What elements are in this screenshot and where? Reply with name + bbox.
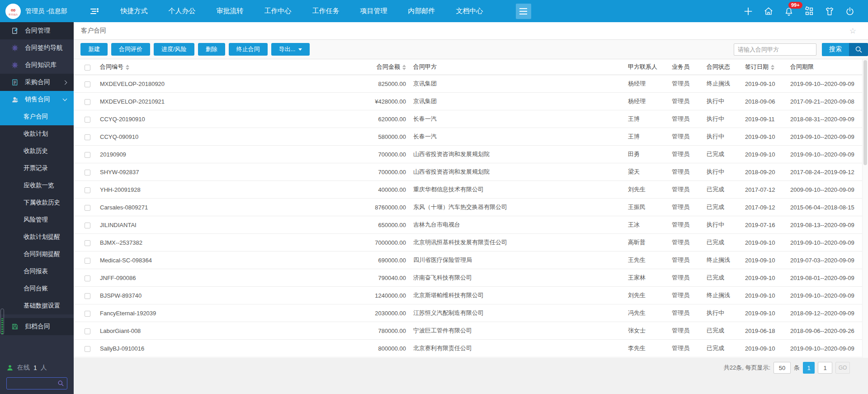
cell-period: 2019-09-10--2020-09-09 xyxy=(787,146,862,163)
sidebar-item-purchase-contract[interactable]: 采购合同 xyxy=(0,74,74,91)
search-input[interactable] xyxy=(734,43,816,56)
column-header-sign_date[interactable]: 签订日期 xyxy=(741,59,787,75)
sidebar-item-contract-report[interactable]: 合同报表 xyxy=(0,263,74,280)
table-row[interactable]: SallyBJ-0910016800000.00北京赛利有限责任公司李先生管理员… xyxy=(74,340,862,357)
sidebar-item-payment-plan-reminder[interactable]: 收款计划提醒 xyxy=(0,228,74,246)
row-checkbox[interactable] xyxy=(85,205,90,211)
row-checkbox[interactable] xyxy=(85,275,90,281)
page-jump-input[interactable] xyxy=(818,362,832,374)
nav-item-8[interactable]: 文档中心 xyxy=(456,7,483,15)
table-row[interactable]: SHYW-092837700000.00山西省投资咨询和发展规划院梁天管理员执行… xyxy=(74,163,862,181)
row-checkbox[interactable] xyxy=(85,240,90,246)
row-checkbox[interactable] xyxy=(85,346,90,352)
sidebar-item-contract-knowledge[interactable]: 合同知识库 xyxy=(0,57,74,74)
sidebar-item-contract-expiry-reminder[interactable]: 合同到期提醒 xyxy=(0,246,74,263)
table-row[interactable]: 20190910-PJFC-0011100000.00盘锦丰城科技有限公司王先生… xyxy=(74,357,862,358)
table-scrollbar[interactable] xyxy=(862,59,868,358)
table-row[interactable]: JILINDIANTAI650000.00吉林九台市电视台王冰管理员执行中201… xyxy=(74,216,862,234)
table-row[interactable]: 20190909700000.00山西省投资咨询和发展规划院田勇管理员已完成20… xyxy=(74,146,862,163)
sort-arrows-icon[interactable] xyxy=(126,65,129,70)
table-row[interactable]: Carsales-08092718760000.00东风（十堰）汽车热交换器有限… xyxy=(74,199,862,216)
sidebar-item-payment-history[interactable]: 收款历史 xyxy=(0,142,74,160)
apps-grid-icon[interactable] xyxy=(804,6,815,17)
row-checkbox[interactable] xyxy=(85,258,90,264)
sort-arrows-icon[interactable] xyxy=(402,65,406,70)
contract-evaluation-button[interactable]: 合同评价 xyxy=(111,43,150,56)
sidebar-search-icon[interactable] xyxy=(57,380,64,387)
row-checkbox[interactable] xyxy=(85,293,90,299)
sidebar-item-contract-sign-nav[interactable]: 合同签约导航 xyxy=(0,39,74,57)
table-row[interactable]: YHH-20091928400000.00重庆华都信息技术有限公司刘先生管理员已… xyxy=(74,181,862,199)
sidebar-item-label: 收款计划 xyxy=(24,130,48,138)
notifications-bell-icon[interactable]: 99+ xyxy=(783,6,794,17)
app-logo[interactable]: ∞ 华天动力 管理员 -信息部 xyxy=(0,4,67,19)
search-button[interactable]: 搜索 xyxy=(822,43,849,56)
row-checkbox[interactable] xyxy=(85,117,90,123)
row-checkbox[interactable] xyxy=(85,81,90,87)
nav-item-4[interactable]: 工作中心 xyxy=(264,7,292,15)
sidebar-item-payment-plan[interactable]: 收款计划 xyxy=(0,125,74,142)
sidebar-item-sales-contract[interactable]: 销售合同 xyxy=(0,91,74,108)
table-row[interactable]: MXDEVELOP-20180920825000.00京讯集团杨经理管理员终止搁… xyxy=(74,75,862,93)
scrollbar-thumb[interactable] xyxy=(863,60,867,165)
row-checkbox[interactable] xyxy=(85,170,90,176)
page-size-input[interactable] xyxy=(774,362,791,374)
export-dropdown-button[interactable]: 导出... xyxy=(271,43,310,56)
sidebar-item-basic-data-settings[interactable]: 基础数据设置 xyxy=(0,297,74,314)
more-menus-icon[interactable] xyxy=(516,4,531,19)
table-row[interactable]: CCYQ-20190910620000.00长春一汽王博管理员执行中2019-0… xyxy=(74,110,862,128)
table-row[interactable]: JNFF-090086790040.00济南奋飞科技有限公司王家林管理员已完成2… xyxy=(74,269,862,287)
logout-power-icon[interactable] xyxy=(844,6,855,17)
table-row[interactable]: LaborGiant-008780000.00宁波巨工管件有限公司张女士管理员已… xyxy=(74,322,862,340)
table-row[interactable]: FancyEternal-1920392030000.00江苏恒义汽配制造有限公… xyxy=(74,304,862,322)
sidebar-scrollbar[interactable] xyxy=(0,309,4,335)
sidebar-item-contract-management[interactable]: 合同管理 xyxy=(0,22,74,39)
online-status: 在线 1 人 xyxy=(6,364,67,372)
current-page-button[interactable]: 1 xyxy=(803,362,815,374)
nav-item-1[interactable]: 快捷方式 xyxy=(121,7,148,15)
nav-item-5[interactable]: 工作任务 xyxy=(312,7,340,15)
nav-item-6[interactable]: 项目管理 xyxy=(360,7,387,15)
nav-item-7[interactable]: 内部邮件 xyxy=(408,7,435,15)
row-checkbox[interactable] xyxy=(85,223,90,228)
nav-item-3[interactable]: 审批流转 xyxy=(217,7,244,15)
sidebar-item-archived-contract[interactable]: 归档合同 xyxy=(0,318,74,335)
sort-arrows-icon[interactable] xyxy=(771,65,774,70)
column-label: 合同状态 xyxy=(707,63,730,70)
delete-button[interactable]: 删除 xyxy=(198,43,225,56)
go-button[interactable]: GO xyxy=(835,362,850,374)
table-row[interactable]: CCYQ-090910580000.00长春一汽王博管理员执行中2019-09-… xyxy=(74,128,862,146)
sidebar-item-subordinate-payment-history[interactable]: 下属收款历史 xyxy=(0,194,74,211)
nav-item-2[interactable]: 个人办公 xyxy=(169,7,196,15)
search-magnifier-button[interactable] xyxy=(849,43,868,56)
column-header-contract_no[interactable]: 合同编号 xyxy=(96,59,288,75)
row-checkbox[interactable] xyxy=(85,187,90,193)
row-checkbox[interactable] xyxy=(85,152,90,158)
table-row[interactable]: Medical-SC-098364690000.00四川省医疗保险管理局王先生管… xyxy=(74,252,862,269)
sidebar-item-customer-contract[interactable]: 客户合同 xyxy=(0,108,74,125)
sidebar-item-receivables-overview[interactable]: 应收款一览 xyxy=(0,177,74,194)
new-button[interactable]: 新建 xyxy=(80,43,108,56)
favorite-star-icon[interactable]: ☆ xyxy=(849,26,856,36)
theme-shirt-icon[interactable] xyxy=(824,6,835,17)
sidebar-item-label: 基础数据设置 xyxy=(24,302,60,310)
row-checkbox[interactable] xyxy=(85,134,90,140)
terminate-contract-button[interactable]: 终止合同 xyxy=(229,43,268,56)
table-row[interactable]: MXDEVELOP-20210921¥428000.00京讯集团杨经理管理员执行… xyxy=(74,93,862,110)
table-row[interactable]: BJSPW-8937401240000.00北京斯堪帕维科技有限公司刘先生管理员… xyxy=(74,287,862,304)
row-checkbox[interactable] xyxy=(85,311,90,317)
progress-risk-button[interactable]: 进度/风险 xyxy=(154,43,194,56)
sidebar-item-contract-ledger[interactable]: 合同台账 xyxy=(0,280,74,297)
add-icon[interactable] xyxy=(743,6,754,17)
sidebar-item-risk-management[interactable]: 风险管理 xyxy=(0,211,74,228)
sidebar-item-label: 开票记录 xyxy=(24,164,48,172)
select-all-checkbox[interactable] xyxy=(85,65,90,71)
sidebar-item-invoice-records[interactable]: 开票记录 xyxy=(0,160,74,177)
column-header-amount[interactable]: 合同金额 xyxy=(288,59,410,75)
row-checkbox[interactable] xyxy=(85,328,90,334)
nav-list-icon[interactable] xyxy=(89,6,100,17)
table-row[interactable]: BJMX--25373827000000.00北京明讯恒基科技发展有限责任公司高… xyxy=(74,234,862,252)
cell-party_a: 宁波巨工管件有限公司 xyxy=(410,322,624,340)
home-icon[interactable] xyxy=(763,6,774,17)
row-checkbox[interactable] xyxy=(85,99,90,105)
